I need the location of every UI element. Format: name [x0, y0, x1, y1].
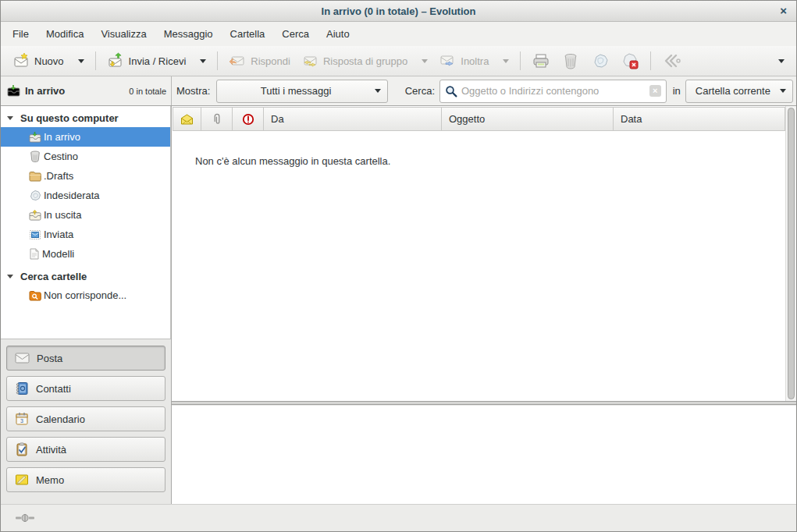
switcher-label: Posta: [37, 353, 62, 364]
menubar: File Modifica Visualizza Messaggio Carte…: [1, 22, 796, 46]
send-receive-dropdown[interactable]: [191, 55, 212, 67]
switcher-label: Contatti: [36, 383, 71, 395]
sidebar-item-label: Modelli: [42, 248, 74, 260]
new-dropdown[interactable]: [69, 55, 90, 67]
expander-icon[interactable]: [7, 116, 13, 120]
reply-button[interactable]: Rispondi: [223, 48, 296, 73]
online-status-icon[interactable]: [15, 513, 35, 523]
message-filter-dropdown[interactable]: Tutti i messaggi: [216, 80, 387, 103]
sidebar-item-label: In uscita: [44, 209, 81, 221]
junk-icon: [591, 52, 610, 69]
menu-cerca[interactable]: Cerca: [273, 24, 318, 44]
sent-icon: [29, 229, 41, 240]
evolution-window: In arrivo (0 in totale) – Evolution × Fi…: [0, 0, 797, 532]
tree-section-label: Cerca cartelle: [20, 271, 87, 282]
sidebar-item-label: In arrivo: [44, 131, 80, 143]
expander-icon[interactable]: [7, 275, 13, 278]
close-icon[interactable]: ×: [780, 4, 787, 18]
group-reply-icon: [301, 52, 318, 69]
print-button[interactable]: [526, 48, 556, 73]
group-reply-dropdown[interactable]: [413, 55, 433, 67]
switcher-tasks-button[interactable]: Attività: [6, 437, 165, 462]
switcher-calendar-button[interactable]: 3 Calendario: [6, 406, 165, 431]
switcher-memos-button[interactable]: Memo: [6, 467, 165, 492]
chevron-down-icon: [422, 59, 428, 63]
toolbar-overflow-button[interactable]: [770, 55, 790, 67]
statusbar: [1, 504, 796, 531]
scope-label: in: [673, 85, 681, 97]
column-from[interactable]: Da: [264, 107, 442, 131]
back-button[interactable]: [656, 48, 689, 73]
message-filter-value: Tutti i messaggi: [223, 85, 368, 97]
tree-section-this-computer[interactable]: Su questo computer: [1, 108, 170, 127]
chevron-down-icon: [375, 89, 381, 93]
component-switcher: Posta Contatti 3 Calendario: [1, 339, 171, 504]
switcher-label: Attività: [36, 444, 66, 456]
column-label: Oggetto: [449, 113, 485, 125]
outbox-icon: [29, 210, 41, 221]
inbox-icon: [29, 132, 41, 143]
sidebar-item-junk[interactable]: Indesiderata: [1, 186, 170, 205]
sidebar-item-inbox[interactable]: In arrivo: [1, 127, 170, 147]
double-chevron-left-icon: [662, 52, 684, 69]
delete-button[interactable]: [556, 48, 585, 73]
clear-search-icon[interactable]: ×: [649, 85, 661, 97]
send-receive-button[interactable]: Invia / Ricevi: [101, 48, 192, 73]
menu-file[interactable]: File: [4, 24, 37, 44]
column-read-status[interactable]: [173, 107, 201, 131]
search-box: ×: [439, 80, 667, 103]
memo-icon: [15, 473, 29, 486]
document-icon: [29, 248, 40, 260]
window-title: In arrivo (0 in totale) – Evolution: [1, 5, 796, 17]
search-input[interactable]: [461, 85, 646, 97]
menu-aiuto[interactable]: Aiuto: [318, 24, 358, 44]
scrollbar-thumb[interactable]: [788, 108, 795, 399]
new-button[interactable]: Nuovo: [7, 48, 69, 73]
chevron-down-icon: [780, 89, 786, 93]
chevron-down-icon: [778, 59, 785, 63]
sidebar-item-trash[interactable]: Cestino: [1, 147, 170, 166]
priority-icon: [242, 113, 254, 126]
main-area: Su questo computer In arrivo Cestino: [1, 106, 796, 504]
titlebar[interactable]: In arrivo (0 in totale) – Evolution ×: [1, 1, 796, 22]
calendar-icon: 3: [15, 412, 29, 426]
message-list-body: Da Oggetto Data Non c'è alcun messaggio …: [172, 106, 796, 401]
column-attachment[interactable]: [201, 107, 233, 131]
sidebar: Su questo computer In arrivo Cestino: [1, 106, 172, 504]
inbox-icon: [7, 85, 20, 97]
message-list-scrollbar[interactable]: [785, 106, 796, 401]
menu-messaggio[interactable]: Messaggio: [155, 24, 222, 44]
read-status-icon: [180, 114, 194, 125]
menu-visualizza[interactable]: Visualizza: [92, 24, 155, 44]
column-priority[interactable]: [233, 107, 264, 131]
group-reply-button[interactable]: Risposta di gruppo: [296, 48, 413, 73]
print-icon: [532, 52, 550, 69]
current-folder-info: In arrivo 0 in totale: [1, 76, 172, 105]
sidebar-item-sent[interactable]: Inviata: [1, 225, 170, 244]
folder-icon: [29, 171, 41, 182]
column-label: Data: [621, 113, 642, 125]
junk-button[interactable]: [585, 48, 615, 73]
column-date[interactable]: Data: [614, 107, 785, 131]
sidebar-item-templates[interactable]: Modelli: [1, 244, 170, 264]
sidebar-item-outbox[interactable]: In uscita: [1, 205, 170, 225]
sidebar-item-drafts[interactable]: .Drafts: [1, 166, 170, 186]
switcher-mail-button[interactable]: Posta: [6, 346, 165, 371]
svg-text:3: 3: [20, 418, 23, 424]
sidebar-item-unmatched[interactable]: Non corrisponde...: [1, 286, 170, 305]
show-label: Mostra:: [176, 85, 210, 97]
forward-button[interactable]: Inoltra: [433, 48, 494, 73]
menu-modifica[interactable]: Modifica: [37, 24, 92, 44]
chevron-down-icon: [503, 59, 509, 63]
folder-message-count: 0 in totale: [129, 87, 166, 96]
tree-section-search-folders[interactable]: Cerca cartelle: [1, 267, 170, 286]
menu-cartella[interactable]: Cartella: [222, 24, 274, 44]
column-subject[interactable]: Oggetto: [442, 107, 614, 131]
new-button-label: Nuovo: [34, 55, 64, 67]
switcher-contacts-button[interactable]: Contatti: [6, 376, 165, 401]
preview-pane: [172, 405, 796, 504]
search-scope-dropdown[interactable]: Cartella corrente: [685, 80, 793, 103]
not-junk-button[interactable]: [615, 48, 645, 73]
search-scope-value: Cartella corrente: [692, 85, 774, 97]
forward-dropdown[interactable]: [494, 55, 514, 67]
